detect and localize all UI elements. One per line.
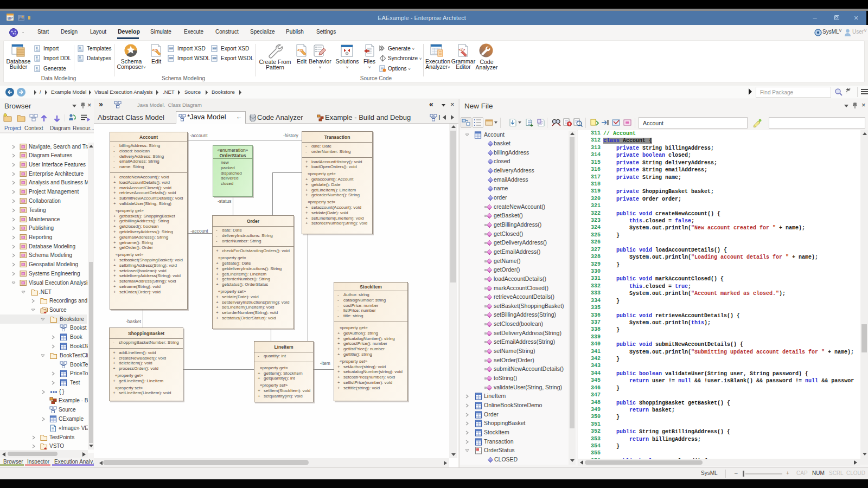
svg-text:xml: xml [213,47,216,50]
svg-text:xml: xml [169,57,173,60]
svg-text:xml: xml [169,47,173,50]
svg-text:</>: </> [459,47,465,52]
svg-text:xml: xml [213,57,216,60]
